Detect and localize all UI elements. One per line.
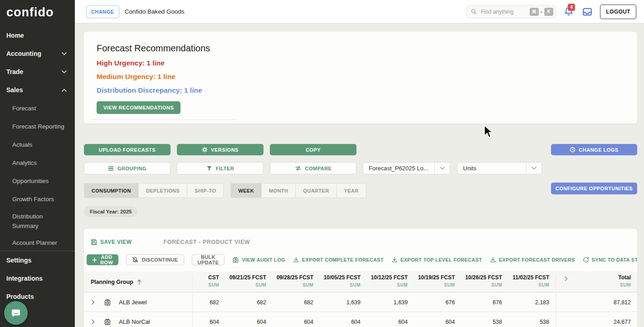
cell[interactable]: 604 [320, 319, 367, 325]
download-icon [391, 257, 398, 263]
cell[interactable]: 604 [193, 319, 225, 325]
chevron-up-icon [62, 89, 67, 92]
cell[interactable]: 604 [225, 319, 273, 325]
plus-icon [92, 258, 97, 263]
column-header[interactable]: CSTSUM [193, 274, 225, 287]
sidebar-item-forecast[interactable]: Forecast [0, 99, 75, 117]
sidebar-item-trade[interactable]: Trade [0, 63, 75, 81]
sync-to-data-store-button[interactable]: SYNC TO DATA STORE [583, 257, 637, 263]
cell[interactable]: 604 [273, 319, 320, 325]
secondary-actions-row: GROUPING FILTER COMPARE Forecast_P62025 … [84, 162, 637, 174]
add-row-button[interactable]: ADD ROW [87, 254, 118, 265]
column-header[interactable]: 09/21/25 FCSTSUM [225, 274, 273, 287]
page-content: Forecast Recommendations High Urgency: 1… [75, 24, 644, 327]
sidebar-item-integrations[interactable]: Integrations [0, 269, 75, 287]
audit-clock-icon [232, 257, 239, 263]
sidebar-item-account-planner[interactable]: Account Planner [0, 234, 75, 251]
column-header[interactable]: 09/28/25 FCSTSUM [273, 274, 320, 287]
configure-opportunities-button[interactable]: CONFIGURE OPPORTUNITIES [551, 183, 637, 194]
column-header[interactable]: 10/26/25 FCSTSUM [461, 274, 508, 287]
main-area: CHANGE Confido Baked Goods ⌘ + K [75, 0, 644, 327]
export-top-level-forecast-button[interactable]: EXPORT TOP LEVEL FORECAST [391, 257, 482, 263]
fiscal-year-chip[interactable]: Fiscal Year: 2025 [84, 206, 138, 217]
cell[interactable]: 676 [414, 299, 461, 306]
table-row[interactable]: ALB NorCal 604 604 604 604 604 604 538 5… [84, 312, 637, 327]
tab-week[interactable]: WEEK [230, 183, 262, 198]
compare-arrows-icon [295, 165, 302, 171]
table-row[interactable]: ALB Jewel 682 682 682 1,639 1,639 676 67… [84, 292, 637, 312]
notification-count-badge: 4 [568, 4, 575, 11]
upload-forecasts-button[interactable]: UPLOAD FORECASTS [84, 144, 171, 155]
sidebar-item-distribution-summary[interactable]: Distribution Summary [0, 208, 75, 234]
filter-button[interactable]: FILTER [177, 162, 263, 174]
distribution-discrepancy-line: Distribution Discrepancy: 1 line [97, 86, 637, 94]
notifications-button[interactable]: 4 [564, 6, 575, 18]
cell[interactable]: 682 [225, 299, 273, 306]
tab-ship-to[interactable]: SHIP-TO [187, 183, 224, 198]
cell[interactable]: 538 [461, 319, 508, 325]
column-header[interactable]: 11/02/25 FCSTSUM [508, 274, 556, 287]
sidebar-item-home[interactable]: Home [0, 26, 75, 45]
cell[interactable]: 538 [508, 319, 556, 325]
tab-depletions[interactable]: DEPLETIONS [138, 183, 187, 198]
inbox-icon[interactable] [582, 7, 592, 16]
tab-month[interactable]: MONTH [261, 183, 296, 198]
tab-consumption[interactable]: CONSUMPTION [84, 183, 139, 198]
cmd-key-badge: ⌘ [530, 8, 539, 16]
sidebar-item-opportunities[interactable]: Opportunities [0, 172, 75, 190]
versions-button[interactable]: VERSIONS [177, 144, 263, 155]
cell[interactable]: 682 [273, 299, 320, 306]
row-total: 24,677 [576, 319, 637, 325]
logout-button[interactable]: LOGOUT [600, 5, 636, 19]
bulk-update-button[interactable]: BULK UPDATE [192, 254, 225, 265]
grouping-button[interactable]: GROUPING [84, 162, 171, 174]
cell[interactable]: 1,639 [367, 299, 414, 306]
tab-quarter[interactable]: QUARTER [295, 183, 337, 198]
discontinue-button[interactable]: DISCONTINUE [126, 254, 184, 265]
sidebar-item-accounting[interactable]: Accounting [0, 45, 75, 63]
column-header[interactable]: 10/12/25 FCSTSUM [367, 274, 414, 287]
save-icon [91, 239, 97, 245]
row-spacer [556, 292, 576, 312]
sidebar-item-analytics[interactable]: Analytics [0, 154, 75, 172]
sidebar-item-sales[interactable]: Sales [0, 81, 75, 99]
cell[interactable]: 2,183 [508, 299, 556, 306]
compare-button[interactable]: COMPARE [270, 162, 356, 174]
column-planning-group[interactable]: Planning Group [84, 274, 193, 290]
copy-button[interactable]: COPY [270, 144, 356, 155]
cell[interactable]: 676 [461, 299, 508, 306]
search-input[interactable] [480, 8, 520, 15]
change-logs-button[interactable]: CHANGE LOGS [551, 144, 637, 155]
sidebar-item-actuals[interactable]: Actuals [0, 135, 75, 154]
tab-year[interactable]: YEAR [337, 183, 366, 198]
row-history-icon[interactable] [104, 299, 111, 306]
cell[interactable]: 604 [414, 319, 461, 325]
high-urgency-line: High Urgency: 1 line [97, 59, 637, 67]
chevron-down-icon [434, 163, 450, 174]
column-header[interactable]: 10/19/25 FCSTSUM [414, 274, 461, 287]
sidebar-item-settings[interactable]: Settings [0, 251, 75, 269]
view-audit-log-button[interactable]: VIEW AUDIT LOG [232, 257, 285, 263]
export-complete-forecast-button[interactable]: EXPORT COMPLETE FORECAST [293, 257, 384, 263]
global-search[interactable]: ⌘ + K [466, 5, 556, 18]
view-recommendations-button[interactable]: VIEW RECOMMENDATIONS [97, 101, 181, 114]
chat-widget-button[interactable] [4, 301, 28, 325]
cell[interactable]: 682 [193, 299, 225, 306]
forecast-version-select[interactable]: Forecast_P62025 Lo... [363, 162, 450, 174]
column-header[interactable]: 10/05/25 FCSTSUM [320, 274, 367, 287]
scroll-columns-chevron[interactable] [556, 274, 576, 290]
sidebar-item-growth-factors[interactable]: Growth Factors [0, 190, 75, 208]
current-view-name: FORECAST - PRODUCT VIEW [163, 239, 250, 245]
cell[interactable]: 604 [367, 319, 414, 325]
funnel-icon [206, 165, 212, 171]
sidebar-item-forecast-reporting[interactable]: Forecast Reporting [0, 117, 75, 135]
expand-row-icon[interactable] [92, 300, 95, 305]
units-select[interactable]: Units [457, 162, 542, 174]
expand-row-icon[interactable] [92, 319, 95, 324]
save-view-button[interactable]: SAVE VIEW [91, 239, 132, 245]
column-total[interactable]: TotalSUM [576, 274, 637, 287]
cell[interactable]: 1,639 [320, 299, 367, 306]
row-history-icon[interactable] [104, 318, 111, 326]
export-forecast-drivers-button[interactable]: EXPORT FORECAST DRIVERS [490, 257, 575, 263]
change-company-button[interactable]: CHANGE [86, 5, 119, 18]
